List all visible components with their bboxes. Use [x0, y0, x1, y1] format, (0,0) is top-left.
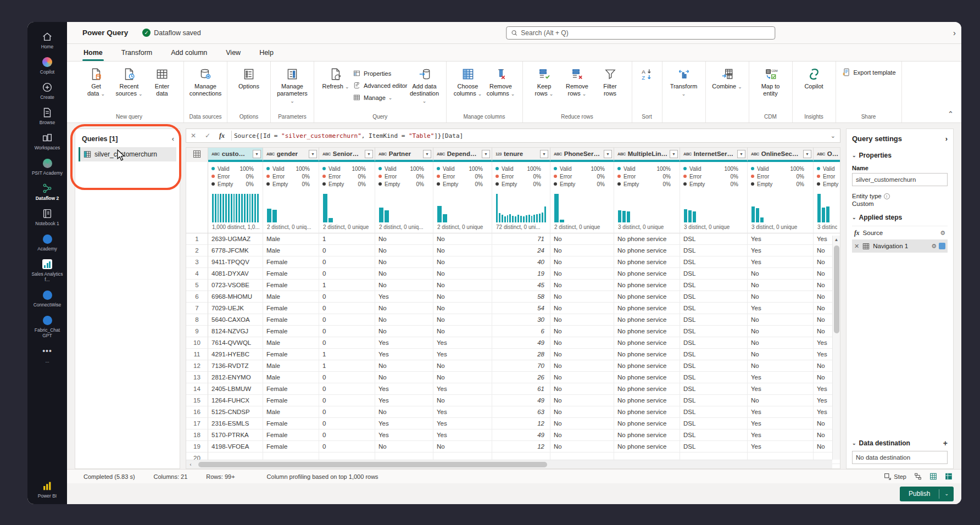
tab-home[interactable]: Home [82, 46, 104, 61]
cell-partner[interactable]: Yes [375, 349, 433, 360]
cell-multiplelines[interactable]: No phone service [614, 429, 680, 441]
row-number[interactable]: 10 [186, 337, 208, 349]
cell-customerid[interactable]: 7136-RVDTZ [208, 360, 263, 372]
cell-tenure[interactable]: 45 [492, 280, 550, 291]
refresh-button[interactable]: Refresh ⌄ [320, 66, 352, 91]
cell-phoneservice[interactable]: No [550, 395, 614, 406]
sidebar-item-[interactable]: •••... [29, 342, 66, 367]
cell-internetservice[interactable]: DSL [680, 418, 748, 429]
cell-partner[interactable]: No [375, 233, 433, 245]
cell-gender[interactable]: Male [263, 372, 319, 383]
cell-gender[interactable]: Female [263, 349, 319, 360]
sidebar-item-connectwise[interactable]: ConnectWise [29, 286, 66, 311]
cell-internetservice[interactable]: DSL [680, 233, 748, 245]
cell-onlinesecurity[interactable]: Yes [748, 406, 814, 418]
cell-gender[interactable]: Male [263, 360, 319, 372]
cell-phoneservice[interactable]: No [550, 268, 614, 280]
cell-internetservice[interactable]: DSL [680, 349, 748, 360]
cell-partner[interactable]: Yes [375, 291, 433, 303]
cell-customerid[interactable]: 7029-UEJK [208, 303, 263, 314]
column-filter-icon[interactable]: ▼ [670, 150, 678, 158]
cell-onlinesecurity[interactable]: Yes [748, 372, 814, 383]
remove-columns-button[interactable]: Removecolumns ⌄ [485, 66, 517, 98]
cell-tenure[interactable]: 6 [492, 326, 550, 337]
cell-tenure[interactable]: 61 [492, 383, 550, 395]
sidebar-item-copilot[interactable]: Copilot [29, 53, 66, 78]
horizontal-scroll-thumb[interactable] [198, 462, 547, 467]
step-settings-gear-icon[interactable]: ⚙ [940, 230, 945, 237]
cell-dependents[interactable]: No [433, 233, 492, 245]
cell-onlinesecurity[interactable]: No [748, 314, 814, 326]
vertical-scrollbar[interactable]: ▲ [832, 236, 840, 460]
cell-partner[interactable]: No [375, 441, 433, 453]
cell-multiplelines[interactable]: No phone service [614, 280, 680, 291]
cell-partner[interactable]: No [375, 303, 433, 314]
tab-add-column[interactable]: Add column [170, 46, 208, 61]
cell-customerid[interactable]: 2316-ESMLS [208, 418, 263, 429]
cell-dependents[interactable]: Yes [433, 418, 492, 429]
cell-phoneservice[interactable]: No [550, 337, 614, 349]
remove-rows-button[interactable]: Removerows ⌄ [561, 66, 593, 98]
collapse-settings-icon[interactable]: › [945, 135, 948, 143]
cell-seniorcitizen[interactable]: 0 [319, 429, 375, 441]
row-number[interactable]: 15 [186, 395, 208, 406]
cell-tenure[interactable]: 24 [492, 245, 550, 256]
sidebar-item-dataflow-2[interactable]: Dataflow 2 [29, 179, 66, 204]
cell-seniorcitizen[interactable]: 0 [319, 441, 375, 453]
column-profile-multiplelines[interactable]: Valid100%Error0%Empty0%3 distinct, 0 uni… [614, 162, 680, 233]
cell-dependents[interactable]: No [433, 314, 492, 326]
cell-gender[interactable]: Female [263, 395, 319, 406]
cell-multiplelines[interactable]: No phone service [614, 326, 680, 337]
cell-tenure[interactable]: 12 [492, 441, 550, 453]
column-filter-icon[interactable]: ▼ [423, 150, 431, 158]
cell-multiplelines[interactable]: No phone service [614, 372, 680, 383]
cell-gender[interactable]: Male [263, 337, 319, 349]
cancel-formula-icon[interactable]: ✕ [186, 132, 201, 139]
cell-onlinesecurity[interactable]: Yes [748, 441, 814, 453]
sidebar-item-browse[interactable]: Browse [29, 103, 66, 129]
tab-transform[interactable]: Transform [120, 46, 154, 61]
cell-gender[interactable]: Female [263, 303, 319, 314]
cell-phoneservice[interactable]: No [550, 406, 614, 418]
cell-partner[interactable]: No [375, 280, 433, 291]
cell-partner[interactable]: Yes [375, 429, 433, 441]
cell-seniorcitizen[interactable]: 0 [319, 256, 375, 268]
cell-tenure[interactable]: 19 [492, 268, 550, 280]
cell-onlinesecurity[interactable]: Yes [748, 418, 814, 429]
row-number[interactable]: 3 [186, 256, 208, 268]
choose-columns-button[interactable]: Choosecolumns ⌄ [452, 66, 484, 98]
data-destination-section-header[interactable]: ⌄ Data destination + [852, 439, 948, 448]
cell-dependents[interactable]: No [433, 268, 492, 280]
cell-dependents[interactable]: No [433, 326, 492, 337]
cell-onlinesecurity[interactable]: Yes [748, 429, 814, 441]
cell-gender[interactable]: Female [263, 268, 319, 280]
properties-section-header[interactable]: ⌄ Properties [852, 152, 948, 159]
cell-tenure[interactable]: 40 [492, 256, 550, 268]
expand-right-icon[interactable]: › [953, 28, 956, 37]
column-filter-icon[interactable]: ▼ [604, 150, 612, 158]
publish-button[interactable]: Publish ⌄ [900, 487, 954, 501]
row-number[interactable]: 8 [186, 314, 208, 326]
cell-internetservice[interactable]: DSL [680, 291, 748, 303]
sidebar-item-home[interactable]: Home [29, 27, 66, 53]
cell-customerid[interactable]: 5640-CAXOA [208, 314, 263, 326]
cell-multiplelines[interactable]: No phone service [614, 303, 680, 314]
manage-parameters-button[interactable]: Manageparameters ⌄ [276, 66, 308, 105]
cell-gender[interactable]: Female [263, 429, 319, 441]
cell-onlinesecurity[interactable]: No [748, 360, 814, 372]
cell-phoneservice[interactable]: No [550, 245, 614, 256]
cell-dependents[interactable]: No [433, 303, 492, 314]
cell-phoneservice[interactable]: No [550, 326, 614, 337]
column-profile-tenure[interactable]: Valid100%Error0%Empty0%72 distinct, 0 un… [492, 162, 550, 233]
cell-multiplelines[interactable]: No phone service [614, 256, 680, 268]
cell-internetservice[interactable]: DSL [680, 406, 748, 418]
cell-phoneservice[interactable]: No [550, 383, 614, 395]
sidebar-item-academy[interactable]: Academy [29, 230, 66, 255]
cell-internetservice[interactable]: DSL [680, 314, 748, 326]
row-number[interactable]: 12 [186, 360, 208, 372]
cell-gender[interactable]: Male [263, 245, 319, 256]
cell-multiplelines[interactable]: No phone service [614, 268, 680, 280]
cell-onlinesecurity[interactable]: Yes [748, 256, 814, 268]
sidebar-item-create[interactable]: Create [29, 78, 66, 103]
cell-partner[interactable]: No [375, 326, 433, 337]
